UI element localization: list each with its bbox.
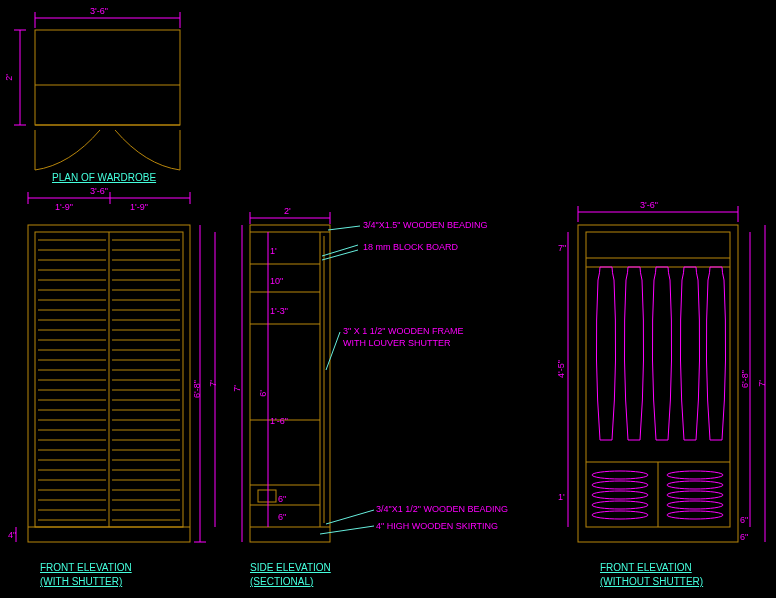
- svg-point-113: [592, 511, 648, 519]
- note-frame1: 3" X 1 1/2" WOODEN FRAME: [343, 326, 463, 336]
- side-title1: SIDE ELEVATION: [250, 562, 331, 573]
- note-block: 18 mm BLOCK BOARD: [363, 242, 458, 252]
- svg-point-112: [592, 501, 648, 509]
- note-bead1: 3/4"X1.5" WOODEN BEADING: [363, 220, 487, 230]
- note-bead2: 3/4"X1 1/2" WOODEN BEADING: [376, 504, 508, 514]
- svg-point-116: [667, 491, 723, 499]
- fo-title1: FRONT ELEVATION: [600, 562, 692, 573]
- fs-dim-half-l: 1'-9": [55, 202, 73, 212]
- fs-title1: FRONT ELEVATION: [40, 562, 132, 573]
- plan-dim-left: 2': [4, 74, 14, 81]
- svg-point-118: [667, 511, 723, 519]
- svg-line-100: [326, 332, 340, 370]
- side-shelf: 1'-6": [270, 416, 288, 426]
- svg-line-97: [328, 226, 360, 230]
- svg-rect-80: [250, 225, 330, 542]
- fo-bot1: 6": [740, 515, 748, 525]
- svg-point-109: [592, 471, 648, 479]
- fs-h-inner: 6'-8": [192, 380, 202, 398]
- side-hanging: 6': [258, 390, 268, 397]
- fo-hang: 4'-5": [556, 360, 566, 378]
- fs-title2: (WITH SHUTTER): [40, 576, 122, 587]
- plan-title: PLAN OF WARDROBE: [52, 172, 156, 183]
- svg-line-99: [322, 250, 358, 260]
- fs-h-outer: 7': [208, 380, 218, 387]
- fs-bottom: 4": [8, 530, 16, 540]
- side-overall: 7': [232, 385, 242, 392]
- side-bot2: 6": [278, 512, 286, 522]
- fo-total: 6'-8": [740, 370, 750, 388]
- side-a: 1': [270, 246, 277, 256]
- svg-point-115: [667, 481, 723, 489]
- fs-dim-half-r: 1'-9": [130, 202, 148, 212]
- side-c: 1'-3": [270, 306, 288, 316]
- fs-dim-overall: 3'-6": [90, 186, 108, 196]
- svg-rect-0: [35, 30, 180, 125]
- fo-overall-r: 7': [757, 380, 767, 387]
- side-dim-top: 2': [284, 206, 291, 216]
- side-bot1: 6": [278, 494, 286, 504]
- note-frame2: WITH LOUVER SHUTTER: [343, 338, 451, 348]
- svg-line-98: [322, 245, 358, 256]
- svg-point-111: [592, 491, 648, 499]
- side-title2: (SECTIONAL): [250, 576, 313, 587]
- fo-drawer: 1': [558, 492, 565, 502]
- fo-title2: (WITHOUT SHUTTER): [600, 576, 703, 587]
- svg-rect-91: [258, 490, 276, 502]
- svg-point-114: [667, 471, 723, 479]
- plan-dim-top: 3'-6": [90, 6, 108, 16]
- svg-point-110: [592, 481, 648, 489]
- svg-point-117: [667, 501, 723, 509]
- svg-line-101: [326, 510, 374, 524]
- note-skirt: 4" HIGH WOODEN SKIRTING: [376, 521, 498, 531]
- side-b: 10": [270, 276, 283, 286]
- fo-top: 7": [558, 243, 566, 253]
- fo-bot2: 6": [740, 532, 748, 542]
- fo-overall: 3'-6": [640, 200, 658, 210]
